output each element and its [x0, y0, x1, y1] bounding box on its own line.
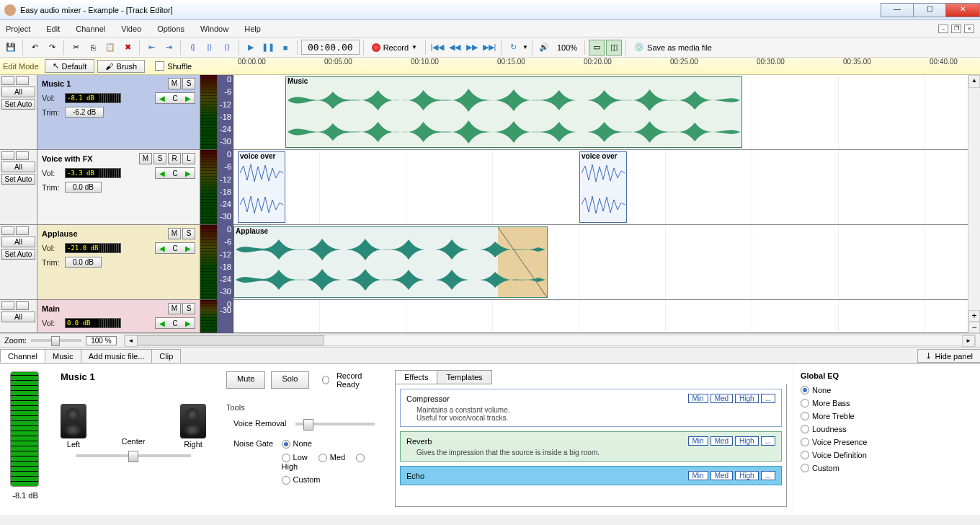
hide-panel-button[interactable]: ⤓ Hide panel: [917, 349, 980, 363]
set-auto-button[interactable]: Set Auto: [1, 99, 35, 110]
minimize-button[interactable]: —: [881, 3, 914, 17]
rewind-icon[interactable]: ◀◀: [447, 40, 463, 56]
fx-med-button[interactable]: Med: [710, 471, 733, 480]
snap-left-icon[interactable]: ⇤: [143, 40, 159, 56]
audio-clip[interactable]: Applause: [233, 226, 548, 298]
menu-project[interactable]: Project: [6, 25, 30, 33]
time-ruler[interactable]: 00:00.00 00:05.00 00:10.00 00:15.00 00:2…: [238, 58, 980, 75]
fx-min-button[interactable]: Min: [688, 394, 708, 403]
effects-list[interactable]: Compressor Min Med High ... Maintains a …: [395, 384, 787, 507]
menu-options[interactable]: Options: [157, 25, 184, 33]
zoom-out-button[interactable]: −: [968, 322, 980, 333]
forward-icon[interactable]: ▶▶: [464, 40, 480, 56]
fx-med-button[interactable]: Med: [710, 436, 733, 446]
horizontal-scrollbar[interactable]: [124, 335, 976, 346]
window1-icon[interactable]: ▭: [589, 40, 605, 56]
tab-effects[interactable]: Effects: [395, 370, 437, 384]
all-button[interactable]: All: [1, 87, 35, 97]
window2-icon[interactable]: ◫: [606, 40, 622, 56]
zoom-slider[interactable]: [31, 339, 81, 342]
volume-readout[interactable]: -3.3 dB: [65, 168, 121, 178]
noise-gate-med-radio[interactable]: [318, 454, 327, 462]
r-button[interactable]: R: [168, 153, 181, 164]
solo-button[interactable]: S: [182, 303, 195, 314]
fx-more-button[interactable]: ...: [761, 394, 775, 403]
zoom-in-button[interactable]: +: [968, 310, 980, 322]
record-ready-radio[interactable]: [322, 376, 329, 384]
trim-start-icon[interactable]: ⟨|: [184, 40, 200, 56]
eq-more-bass-radio[interactable]: [801, 399, 809, 407]
solo-button[interactable]: S: [182, 228, 195, 239]
track-toggle-button[interactable]: [16, 226, 29, 235]
mute-button[interactable]: M: [168, 303, 181, 314]
mute-button[interactable]: M: [139, 153, 152, 164]
track-toggle-button[interactable]: [1, 226, 14, 235]
track-lane[interactable]: voice over voice over: [233, 150, 968, 225]
audio-clip[interactable]: voice over: [238, 151, 285, 223]
fx-med-button[interactable]: Med: [710, 394, 733, 403]
volume-readout[interactable]: -21.0 dB: [65, 243, 121, 253]
eq-loudness-radio[interactable]: [801, 425, 809, 433]
noise-gate-low-radio[interactable]: [282, 454, 290, 462]
all-button[interactable]: All: [1, 312, 35, 322]
trim-readout[interactable]: -6.2 dB: [65, 107, 104, 118]
track-toggle-button[interactable]: [1, 76, 14, 85]
undo-icon[interactable]: ↶: [27, 40, 43, 56]
paste-icon[interactable]: 📋: [102, 40, 118, 56]
fx-high-button[interactable]: High: [735, 471, 759, 480]
audio-clip[interactable]: voice over: [579, 151, 627, 223]
track-lane[interactable]: Music: [233, 75, 968, 150]
track-toggle-button[interactable]: [16, 76, 29, 85]
trim-readout[interactable]: 0.0 dB: [65, 257, 102, 268]
menu-help[interactable]: Help: [244, 25, 261, 33]
pan-control[interactable]: ◀C▶: [155, 242, 195, 254]
track-toggle-button[interactable]: [1, 301, 14, 310]
set-auto-button[interactable]: Set Auto: [1, 174, 35, 185]
tab-clip[interactable]: Clip: [151, 349, 181, 363]
maximize-button[interactable]: ☐: [913, 3, 946, 17]
pan-slider[interactable]: [76, 454, 191, 457]
track-toggle-button[interactable]: [1, 151, 14, 160]
cut-icon[interactable]: ✂: [68, 40, 84, 56]
menu-edit[interactable]: Edit: [46, 25, 60, 33]
track-header[interactable]: Voice with FX M S R L Vol:-3.3 dB ◀C▶ Tr…: [37, 150, 200, 225]
vertical-scrollbar[interactable]: + −: [968, 75, 980, 333]
l-button[interactable]: L: [182, 153, 195, 164]
fx-echo[interactable]: Echo Min Med High ...: [400, 466, 782, 485]
save-icon[interactable]: 💾: [3, 40, 19, 56]
mdi-minimize[interactable]: –: [938, 25, 948, 33]
menu-video[interactable]: Video: [121, 25, 141, 33]
fx-more-button[interactable]: ...: [761, 436, 775, 446]
volume-percent[interactable]: 100%: [553, 41, 581, 54]
solo-button[interactable]: S: [153, 153, 166, 164]
solo-button[interactable]: S: [182, 78, 195, 89]
eq-voice-definition-radio[interactable]: [801, 451, 809, 459]
fx-min-button[interactable]: Min: [688, 436, 708, 446]
save-as-media-button[interactable]: 💿 Save as media file: [630, 41, 716, 53]
shuffle-checkbox[interactable]: [155, 61, 164, 71]
arrange-area[interactable]: Music voice over voice over Applause: [233, 75, 968, 333]
audio-clip[interactable]: Music: [285, 76, 742, 148]
track-header[interactable]: Music 1 M S Vol:-8.1 dB ◀C▶ Trim:-6.2 dB: [37, 75, 200, 150]
mute-button[interactable]: M: [168, 78, 181, 89]
eq-custom-radio[interactable]: [801, 464, 809, 472]
pan-control[interactable]: ◀C▶: [155, 167, 195, 179]
volume-icon[interactable]: 🔊: [536, 40, 552, 56]
track-toggle-button[interactable]: [16, 301, 29, 310]
menu-channel[interactable]: Channel: [76, 25, 105, 33]
loop-icon[interactable]: ↻: [505, 40, 521, 56]
copy-icon[interactable]: ⎘: [85, 40, 101, 56]
mdi-close[interactable]: ×: [964, 25, 974, 33]
mdi-restore[interactable]: ❐: [951, 25, 961, 33]
voice-removal-slider[interactable]: [295, 423, 375, 425]
track-lane[interactable]: [233, 300, 968, 333]
pan-control[interactable]: ◀C▶: [155, 92, 195, 104]
pan-control[interactable]: ◀C▶: [155, 317, 195, 329]
record-button[interactable]: Record ▼: [368, 42, 422, 53]
trim-end-icon[interactable]: |⟩: [202, 40, 218, 56]
tab-channel[interactable]: Channel: [0, 349, 45, 363]
default-mode-button[interactable]: ↖ Default: [45, 59, 95, 73]
eq-more-treble-radio[interactable]: [801, 412, 809, 420]
stop-icon[interactable]: ■: [277, 40, 293, 56]
tab-music[interactable]: Music: [45, 349, 81, 363]
